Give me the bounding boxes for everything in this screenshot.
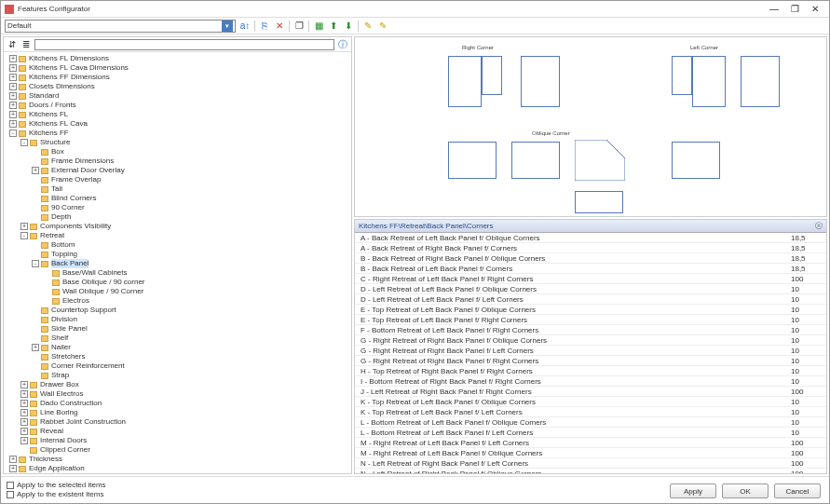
collapse-icon[interactable]: -: [9, 129, 17, 137]
grid-row-value[interactable]: 100: [787, 449, 826, 457]
grid-row[interactable]: M - Right Retreat of Left Back Panel f/ …: [355, 448, 826, 458]
grid-row-value[interactable]: 100: [787, 439, 826, 447]
tree-node[interactable]: +Dado Construction: [7, 399, 347, 408]
grid-row-value[interactable]: 10: [787, 377, 826, 386]
expand-icon[interactable]: +: [9, 456, 17, 463]
grid-row-value[interactable]: 10: [787, 429, 826, 437]
grid-row[interactable]: B - Back Retreat of Left Back Panel f/ C…: [355, 264, 826, 274]
minimize-button[interactable]: —: [764, 2, 784, 17]
tree-node[interactable]: Countertop Support: [7, 306, 347, 315]
grid-row-value[interactable]: 18,5: [787, 244, 826, 252]
grid-row[interactable]: G - Right Retreat of Right Back Panel f/…: [355, 346, 826, 356]
expand-icon[interactable]: +: [9, 92, 17, 100]
toolbar-icon-0[interactable]: a↕: [239, 20, 251, 32]
grid-row[interactable]: K - Top Retreat of Left Back Panel f/ Ob…: [355, 397, 826, 407]
tree-node[interactable]: +Nailer: [7, 343, 347, 352]
collapse-icon[interactable]: -: [20, 139, 28, 146]
grid-row[interactable]: G - Right Retreat of Right Back Panel f/…: [355, 356, 826, 366]
tree-node[interactable]: +Closets Dimensions: [7, 82, 347, 91]
grid-row-value[interactable]: 18,5: [787, 265, 826, 273]
expand-icon[interactable]: +: [9, 55, 17, 62]
tree-node[interactable]: Frame Overlap: [7, 175, 347, 184]
grid-row[interactable]: M - Right Retreat of Left Back Panel f/ …: [355, 438, 826, 448]
tree-node[interactable]: Base Oblique / 90 corner: [7, 278, 347, 287]
grid-row[interactable]: G - Right Retreat of Right Back Panel f/…: [355, 335, 826, 346]
tree-node[interactable]: +Rabbet Joint Construction: [7, 417, 347, 427]
tree-node[interactable]: Base/Wall Cabinets: [7, 268, 347, 278]
tree-view-icon[interactable]: ⇵: [7, 39, 18, 50]
grid-row[interactable]: E - Top Retreat of Left Back Panel f/ Ob…: [355, 305, 826, 315]
toolbar-icon-1[interactable]: ⎘: [259, 20, 270, 32]
tree-node[interactable]: Wall Oblique / 90 Corner: [7, 287, 347, 296]
tree-node[interactable]: Blind Corners: [7, 194, 347, 203]
grid-row[interactable]: L - Bottom Retreat of Left Back Panel f/…: [355, 428, 826, 438]
tree-node[interactable]: -Back Panel: [7, 259, 347, 268]
grid-row-value[interactable]: 10: [787, 367, 826, 375]
tree-node[interactable]: +Doors / Fronts: [7, 101, 347, 110]
tree-node[interactable]: Stretchers: [7, 352, 347, 361]
cancel-button[interactable]: Cancel: [774, 484, 821, 498]
expand-icon[interactable]: +: [9, 83, 17, 90]
grid-row[interactable]: K - Top Retreat of Left Back Panel f/ Le…: [355, 407, 826, 417]
tree-node[interactable]: Corner Reinforcement: [7, 361, 347, 371]
grid-row-value[interactable]: 10: [787, 295, 826, 304]
grid-row-value[interactable]: 100: [787, 388, 826, 396]
tree-node[interactable]: +Components Visibility: [7, 222, 347, 231]
maximize-button[interactable]: ❐: [784, 2, 805, 17]
tree-node[interactable]: +Edge Application: [7, 464, 347, 473]
expand-icon[interactable]: +: [9, 465, 17, 472]
toolbar-icon-7[interactable]: ✎: [362, 20, 374, 32]
tree-node[interactable]: +Kitchens FL Dimensions: [7, 54, 347, 63]
grid-row[interactable]: C - Right Retreat of Left Back Panel f/ …: [355, 274, 826, 284]
tree-node[interactable]: Side Panel: [7, 324, 347, 334]
collapse-icon[interactable]: -: [32, 260, 39, 267]
expand-icon[interactable]: +: [20, 400, 28, 407]
grid-row[interactable]: F - Bottom Retreat of Left Back Panel f/…: [355, 325, 826, 335]
tree-node[interactable]: +Kitchens FL Cava: [7, 119, 347, 129]
grid-row-value[interactable]: 10: [787, 418, 826, 427]
grid-row-value[interactable]: 100: [787, 459, 826, 468]
tree-node[interactable]: Depth: [7, 212, 347, 222]
grid-row-value[interactable]: 10: [787, 326, 826, 334]
tree-node[interactable]: Topping: [7, 250, 347, 259]
tree-node[interactable]: +External Door Overlay: [7, 166, 347, 175]
expand-icon[interactable]: +: [9, 74, 17, 81]
expand-icon[interactable]: +: [20, 428, 28, 435]
tree-node[interactable]: Tall: [7, 184, 347, 194]
expand-icon[interactable]: +: [32, 167, 39, 174]
toolbar-icon-6[interactable]: ⬇: [343, 20, 354, 32]
expand-icon[interactable]: +: [32, 344, 39, 351]
tree-node[interactable]: Division: [7, 315, 347, 324]
grid-row[interactable]: E - Top Retreat of Left Back Panel f/ Ri…: [355, 315, 826, 325]
grid-row[interactable]: I - Bottom Retreat of Right Back Panel f…: [355, 376, 826, 387]
tree-node[interactable]: Strap: [7, 371, 347, 380]
grid-row-value[interactable]: 10: [787, 398, 826, 406]
grid-row-value[interactable]: 10: [787, 347, 826, 355]
ok-button[interactable]: OK: [722, 484, 769, 498]
grid-row[interactable]: D - Left Retreat of Left Back Panel f/ L…: [355, 294, 826, 305]
expand-icon[interactable]: +: [20, 409, 28, 416]
toolbar-icon-8[interactable]: ✎: [377, 20, 388, 32]
expand-icon[interactable]: +: [9, 120, 17, 128]
tree-node[interactable]: +Reveal: [7, 427, 347, 436]
tree-node[interactable]: +Thickness: [7, 455, 347, 464]
tree-node[interactable]: -Retreat: [7, 231, 347, 240]
grid-row[interactable]: J - Left Retreat of Right Back Panel f/ …: [355, 387, 826, 397]
grid-row-value[interactable]: 10: [787, 408, 826, 416]
list-view-icon[interactable]: ≣: [20, 39, 32, 50]
tree-node[interactable]: +Internal Doors: [7, 436, 347, 445]
grid-row-value[interactable]: 18,5: [787, 234, 826, 242]
apply-button[interactable]: Apply: [670, 484, 716, 498]
grid-row[interactable]: L - Bottom Retreat of Left Back Panel f/…: [355, 417, 826, 428]
grid-row-value[interactable]: 18,5: [787, 254, 826, 263]
tree-node[interactable]: +Kitchens FL: [7, 110, 347, 119]
expand-icon[interactable]: +: [9, 102, 17, 109]
grid-close-icon[interactable]: ⓧ: [815, 221, 823, 231]
tree-node[interactable]: Box: [7, 147, 347, 157]
expand-icon[interactable]: +: [9, 111, 17, 118]
grid-row-value[interactable]: 100: [787, 470, 826, 474]
grid-row[interactable]: A - Back Retreat of Left Back Panel f/ O…: [355, 233, 826, 243]
tree-node[interactable]: Shelf: [7, 334, 347, 343]
grid-row-value[interactable]: 10: [787, 357, 826, 365]
grid-row-value[interactable]: 100: [787, 275, 826, 283]
